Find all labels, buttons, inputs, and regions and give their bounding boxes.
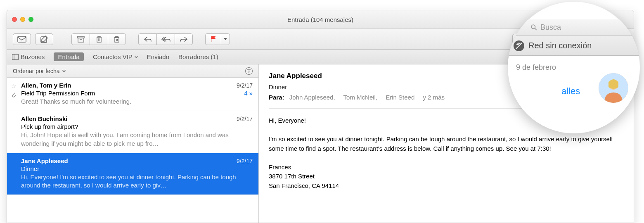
svg-rect-3 xyxy=(78,38,84,42)
filter-button[interactable] xyxy=(245,67,253,75)
magnifier-search: Busca xyxy=(531,23,561,32)
forward-button[interactable] xyxy=(175,33,193,45)
reply-all-button[interactable] xyxy=(156,33,175,45)
message-preview: Hi, John! Hope all is well with you. I a… xyxy=(21,131,253,148)
mailboxes-label: Buzones xyxy=(21,53,45,60)
magnifier-offline-row: Red sin conexión xyxy=(508,36,640,56)
mailboxes-button[interactable]: Buzones xyxy=(12,53,45,60)
magnifier-avatar xyxy=(599,73,628,103)
message-item[interactable]: Allen Buchinski 9/2/17 Pick up from airp… xyxy=(7,111,258,153)
recipients-more[interactable]: y 2 más xyxy=(423,94,445,101)
offline-icon xyxy=(514,40,524,51)
svg-point-16 xyxy=(531,25,535,28)
delete-button[interactable] xyxy=(90,33,108,45)
compose-button[interactable] xyxy=(35,33,53,45)
magnifier-offline-label: Red sin conexión xyxy=(528,41,592,50)
magnifier-details: alles xyxy=(561,86,580,97)
star-icon[interactable]: ☆ xyxy=(11,83,17,89)
flag-button[interactable] xyxy=(205,33,221,45)
reply-button[interactable] xyxy=(138,33,156,45)
junk-button[interactable] xyxy=(108,33,126,45)
message-date: 9/2/17 xyxy=(237,116,253,122)
magnifier-toolbar: Busca xyxy=(508,19,640,36)
message-preview: Hi, Everyone! I'm so excited to see you … xyxy=(21,173,253,190)
recipient[interactable]: Erin Steed xyxy=(386,94,414,101)
sort-dropdown[interactable]: Ordenar por fecha xyxy=(13,68,66,74)
tab-drafts[interactable]: Borradores (1) xyxy=(178,53,218,60)
sort-bar: Ordenar por fecha xyxy=(7,64,258,78)
message-date: 9/2/17 xyxy=(237,82,253,89)
svg-line-17 xyxy=(535,28,537,30)
magnifier-date: 9 de febrero xyxy=(516,63,556,72)
minimize-window-button[interactable] xyxy=(20,17,25,22)
maximize-window-button[interactable] xyxy=(28,17,33,22)
svg-rect-0 xyxy=(18,36,26,42)
get-mail-button[interactable] xyxy=(13,33,31,45)
attachment-icon xyxy=(11,92,16,99)
message-preview: Great! Thanks so much for volunteering. xyxy=(21,97,253,106)
message-date: 9/2/17 xyxy=(237,158,253,164)
archive-button[interactable] xyxy=(71,33,90,45)
recipient[interactable]: John Appleseed, xyxy=(289,94,335,101)
thread-count[interactable]: 4 » xyxy=(244,90,253,97)
magnifier-callout: Busca Red sin conexión 9 de febrero alle… xyxy=(508,1,640,133)
tab-inbox[interactable]: Entrada xyxy=(54,52,84,61)
archive-delete-group xyxy=(71,33,126,45)
window-controls xyxy=(12,17,33,22)
message-subject: Pick up from airport? xyxy=(21,123,78,130)
message-item-selected[interactable]: Jane Appleseed 9/2/17 Dinner Hi, Everyon… xyxy=(7,153,258,195)
recipient[interactable]: Tom McNeil, xyxy=(343,94,378,101)
message-subject: Field Trip Permission Form xyxy=(21,90,95,97)
chevron-down-icon xyxy=(62,70,66,72)
window-title: Entrada (104 mensajes) xyxy=(287,16,353,23)
message-sender: Allen, Tom y Erin xyxy=(21,82,71,89)
message-subject: Dinner xyxy=(21,165,39,172)
tab-vip[interactable]: Contactos VIP xyxy=(93,53,138,60)
reply-forward-group xyxy=(138,33,193,45)
message-sender: Jane Appleseed xyxy=(21,157,68,164)
tab-sent[interactable]: Enviado xyxy=(147,53,169,60)
message-item[interactable]: ☆ Allen, Tom y Erin 9/2/17 Field Trip Pe… xyxy=(7,78,258,111)
search-icon xyxy=(531,24,537,31)
close-window-button[interactable] xyxy=(12,17,17,22)
flag-dropdown[interactable] xyxy=(221,33,230,45)
message-sender: Allen Buchinski xyxy=(21,115,68,122)
message-list: Ordenar por fecha ☆ Allen, Tom y Erin 9/… xyxy=(7,64,259,223)
chevron-down-icon xyxy=(135,56,138,58)
to-label: Para: xyxy=(269,94,284,101)
svg-rect-9 xyxy=(12,54,19,59)
flag-group xyxy=(205,33,230,45)
